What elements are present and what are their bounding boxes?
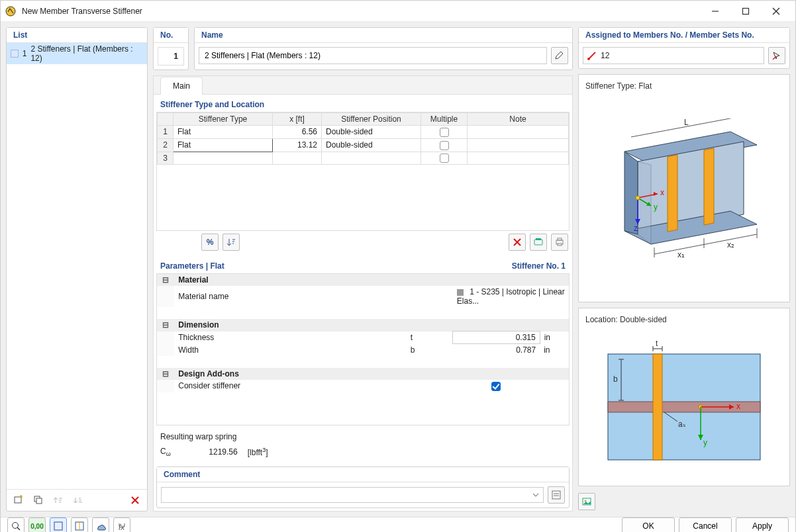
app-icon xyxy=(5,5,17,17)
name-input[interactable] xyxy=(199,47,547,64)
stiffener-section: Stiffener Type and Location Stiffener Ty… xyxy=(156,97,570,253)
col-multiple[interactable]: Multiple xyxy=(421,113,468,126)
width-value[interactable]: 0.787 xyxy=(453,344,540,357)
delete-item-button[interactable] xyxy=(127,492,143,508)
cell-multiple[interactable] xyxy=(421,152,468,165)
cell-x[interactable] xyxy=(273,152,322,165)
svg-text:x₁: x₁ xyxy=(677,250,685,259)
tree-toggle[interactable]: ⊟ xyxy=(157,368,174,380)
table-row[interactable]: 3 xyxy=(158,152,569,165)
table-row[interactable]: 2Flat13.12Double-sided xyxy=(158,138,569,152)
no-value[interactable]: 1 xyxy=(158,47,184,66)
sort-desc-button[interactable] xyxy=(70,492,86,508)
consider-checkbox[interactable] xyxy=(491,382,501,391)
edit-name-button[interactable] xyxy=(551,47,568,64)
svg-rect-49 xyxy=(653,354,662,460)
view-mode-2-button[interactable] xyxy=(71,517,88,532)
list-item-index: 1 xyxy=(23,49,27,58)
image-export-button[interactable] xyxy=(578,493,595,510)
svg-rect-18 xyxy=(552,491,560,499)
dialog-body: List 1 2 Stiffeners | Flat (Members : 12… xyxy=(1,22,795,517)
warp-value: 1219.56 xyxy=(176,445,242,459)
parameters-grid: ⊟Material Material name 1 - S235 | Isotr… xyxy=(157,274,569,392)
tree-toggle[interactable]: ⊟ xyxy=(157,274,174,286)
cell-x[interactable]: 13.12 xyxy=(273,138,322,152)
cell-position[interactable]: Double-sided xyxy=(322,126,421,139)
new-item-button[interactable] xyxy=(11,492,26,508)
list-content[interactable]: 1 2 Stiffeners | Flat (Members : 12) xyxy=(7,43,147,489)
comment-pick-button[interactable] xyxy=(548,486,565,504)
cell-multiple[interactable] xyxy=(421,126,468,139)
inspect-button[interactable] xyxy=(7,517,25,532)
ok-button-label: OK xyxy=(642,521,654,531)
cell-position[interactable]: Double-sided xyxy=(322,138,421,152)
cell-position[interactable] xyxy=(322,152,421,165)
window-title: New Member Transverse Stiffener xyxy=(22,7,142,16)
cell-type[interactable] xyxy=(174,152,273,165)
thickness-symbol: t xyxy=(407,332,453,344)
cloud-button[interactable] xyxy=(92,517,109,532)
col-type[interactable]: Stiffener Type xyxy=(174,113,273,126)
col-note[interactable]: Note xyxy=(468,113,569,126)
view-mode-1-button[interactable] xyxy=(50,517,67,532)
svg-text:x: x xyxy=(736,402,740,411)
export-button[interactable] xyxy=(530,234,547,251)
svg-text:L: L xyxy=(684,118,689,127)
parameters-grid-wrap[interactable]: ⊟Material Material name 1 - S235 | Isotr… xyxy=(156,273,570,425)
cell-note[interactable] xyxy=(468,152,569,165)
svg-rect-71 xyxy=(54,522,62,530)
stiffener-grid-wrap[interactable]: Stiffener Type x [ft] Stiffener Position… xyxy=(156,112,570,231)
cell-x[interactable]: 6.56 xyxy=(273,126,322,139)
parameters-section: Parameters | Flat Stiffener No. 1 ⊟Mater… xyxy=(156,259,570,425)
apply-button-label: Apply xyxy=(752,521,772,531)
minimize-button[interactable] xyxy=(700,1,730,22)
group-dimension: Dimension xyxy=(174,319,569,332)
assign-value: 12 xyxy=(601,51,609,60)
cell-multiple[interactable] xyxy=(421,138,468,152)
tab-main-label: Main xyxy=(173,81,190,91)
maximize-button[interactable] xyxy=(730,1,761,22)
thickness-unit: in xyxy=(540,332,569,344)
tree-toggle[interactable]: ⊟ xyxy=(157,319,174,332)
cell-note[interactable] xyxy=(468,126,569,139)
delete-row-button[interactable] xyxy=(509,234,526,251)
comment-combo[interactable] xyxy=(161,487,544,503)
script-button[interactable]: fx xyxy=(113,517,130,532)
close-button[interactable] xyxy=(761,1,791,22)
copy-item-button[interactable] xyxy=(30,492,46,508)
cell-type[interactable]: Flat xyxy=(174,126,273,139)
precision-button[interactable]: 0,00 xyxy=(28,517,46,532)
material-name-label: Material name xyxy=(174,286,406,307)
svg-rect-8 xyxy=(36,498,42,504)
preview-3d-canvas: L x₁ x₂ x xyxy=(585,95,783,295)
col-pos[interactable]: Stiffener Position xyxy=(322,113,421,126)
svg-point-20 xyxy=(587,58,590,60)
cell-note[interactable] xyxy=(468,138,569,152)
ok-button[interactable]: OK xyxy=(622,517,675,532)
tab-main-content: Stiffener Type and Location Stiffener Ty… xyxy=(153,94,573,511)
chevron-down-icon xyxy=(532,492,539,498)
col-x[interactable]: x [ft] xyxy=(273,113,322,126)
svg-line-19 xyxy=(589,52,595,59)
assign-input[interactable]: 12 xyxy=(583,47,764,64)
apply-button[interactable]: Apply xyxy=(736,517,789,532)
thickness-value[interactable]: 0.315 xyxy=(453,332,540,344)
svg-text:t: t xyxy=(656,341,658,348)
sort-button[interactable] xyxy=(223,234,240,251)
percent-button[interactable]: % xyxy=(201,234,219,251)
cancel-button[interactable]: Cancel xyxy=(679,517,732,532)
thickness-label: Thickness xyxy=(174,332,406,344)
svg-text:fx: fx xyxy=(119,523,125,531)
stiffener-section-title: Stiffener Type and Location xyxy=(156,97,570,112)
tab-main[interactable]: Main xyxy=(160,77,203,95)
sort-asc-button[interactable] xyxy=(50,492,66,508)
cell-type[interactable]: Flat xyxy=(174,138,273,152)
tab-container: Main Stiffener Type and Location Stiffen… xyxy=(153,75,573,511)
list-item[interactable]: 1 2 Stiffeners | Flat (Members : 12) xyxy=(7,43,147,64)
right-toolbar xyxy=(578,492,790,511)
consider-label: Consider stiffener xyxy=(174,380,406,392)
table-row[interactable]: 1Flat6.56Double-sided xyxy=(158,126,569,139)
material-name-value[interactable]: 1 - S235 | Isotropic | Linear Elas... xyxy=(457,287,565,306)
print-button[interactable] xyxy=(551,234,568,251)
pick-members-button[interactable] xyxy=(768,47,785,64)
